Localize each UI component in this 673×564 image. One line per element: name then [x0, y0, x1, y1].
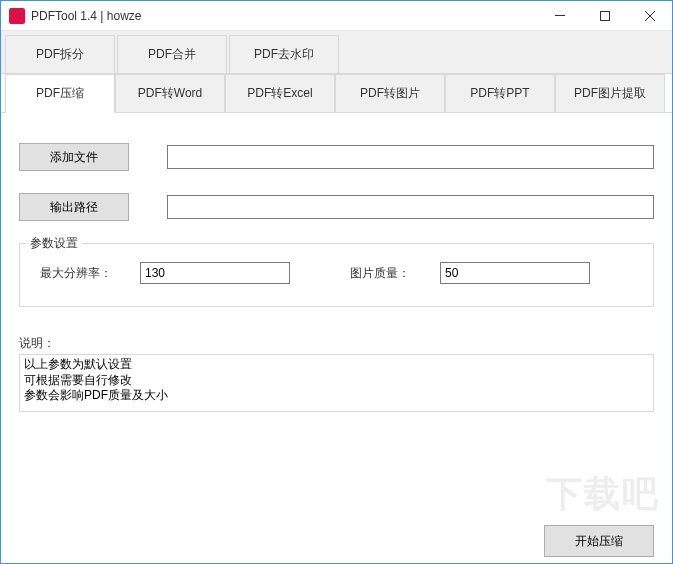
- tab-row-bottom: PDF压缩 PDF转Word PDF转Excel PDF转图片 PDF转PPT …: [1, 74, 672, 113]
- close-button[interactable]: [627, 1, 672, 31]
- app-icon: [9, 8, 25, 24]
- tab-extract[interactable]: PDF图片提取: [555, 74, 665, 112]
- tab-excel[interactable]: PDF转Excel: [225, 74, 335, 112]
- output-path-button[interactable]: 输出路径: [19, 193, 129, 221]
- svg-rect-1: [600, 11, 609, 20]
- tab-compress[interactable]: PDF压缩: [5, 74, 115, 113]
- window-title: PDFTool 1.4 | howze: [31, 9, 142, 23]
- start-compress-button[interactable]: 开始压缩: [544, 525, 654, 557]
- content-area: 添加文件 输出路径 参数设置 最大分辨率： 图片质量： 说明： 以上参数为默认设…: [1, 113, 672, 564]
- minimize-button[interactable]: [537, 1, 582, 31]
- maximize-button[interactable]: [582, 1, 627, 31]
- max-resolution-input[interactable]: [140, 262, 290, 284]
- tab-merge[interactable]: PDF合并: [117, 35, 227, 73]
- param-row: 最大分辨率： 图片质量：: [40, 262, 633, 284]
- svg-rect-0: [555, 15, 565, 16]
- params-legend: 参数设置: [26, 235, 82, 252]
- tab-image[interactable]: PDF转图片: [335, 74, 445, 112]
- description-label: 说明：: [19, 335, 654, 352]
- tab-word[interactable]: PDF转Word: [115, 74, 225, 112]
- window-controls: [537, 1, 672, 31]
- output-path-input[interactable]: [167, 195, 654, 219]
- output-path-row: 输出路径: [19, 193, 654, 221]
- description-section: 说明： 以上参数为默认设置 可根据需要自行修改 参数会影响PDF质量及大小: [19, 335, 654, 412]
- tab-split[interactable]: PDF拆分: [5, 35, 115, 73]
- tab-ppt[interactable]: PDF转PPT: [445, 74, 555, 112]
- description-text: 以上参数为默认设置 可根据需要自行修改 参数会影响PDF质量及大小: [19, 354, 654, 412]
- image-quality-label: 图片质量：: [350, 265, 440, 282]
- watermark-text: 下载吧: [546, 470, 660, 519]
- params-fieldset: 参数设置 最大分辨率： 图片质量：: [19, 243, 654, 307]
- add-file-row: 添加文件: [19, 143, 654, 171]
- file-path-input[interactable]: [167, 145, 654, 169]
- titlebar: PDFTool 1.4 | howze: [1, 1, 672, 31]
- tab-row-top: PDF拆分 PDF合并 PDF去水印: [1, 31, 672, 74]
- max-resolution-label: 最大分辨率：: [40, 265, 140, 282]
- image-quality-input[interactable]: [440, 262, 590, 284]
- tab-watermark[interactable]: PDF去水印: [229, 35, 339, 73]
- add-file-button[interactable]: 添加文件: [19, 143, 129, 171]
